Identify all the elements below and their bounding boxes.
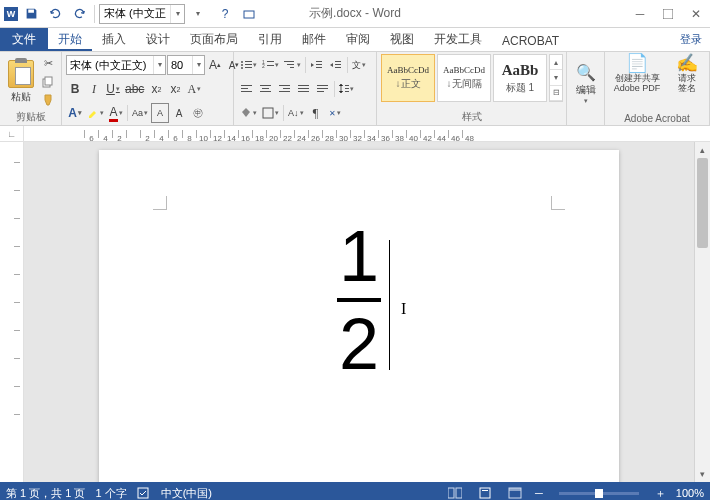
gallery-scroll[interactable]: ▴▾⊟ [549, 54, 563, 102]
format-painter-button[interactable] [39, 92, 57, 108]
tab-developer[interactable]: 开发工具 [424, 28, 492, 51]
strike-button[interactable]: abc [123, 79, 146, 99]
bullets-button[interactable] [238, 55, 259, 75]
show-marks-button[interactable]: ¶ [307, 103, 325, 123]
char-border-button[interactable]: A [151, 103, 169, 123]
tab-references[interactable]: 引用 [248, 28, 292, 51]
phonetic-button[interactable]: Aa [130, 103, 150, 123]
title-bar: W ▾ ▾ 示例.docx - Word ? ─ ✕ [0, 0, 710, 28]
chevron-down-icon[interactable]: ▾ [170, 5, 184, 23]
scroll-down-button[interactable]: ▾ [695, 466, 710, 482]
undo-button[interactable] [44, 3, 66, 25]
zoom-level[interactable]: 100% [676, 487, 704, 499]
distribute-button[interactable] [314, 79, 332, 99]
qat-font-combo[interactable]: ▾ [99, 4, 185, 24]
minimize-button[interactable]: ─ [626, 2, 654, 26]
svg-rect-17 [316, 61, 322, 62]
help-button[interactable]: ? [213, 2, 237, 26]
justify-button[interactable] [295, 79, 313, 99]
line-spacing-button[interactable] [337, 79, 356, 99]
sort-button[interactable]: A↓ [286, 103, 306, 123]
zoom-in-button[interactable]: ＋ [655, 486, 666, 501]
paste-button[interactable]: 粘贴 [11, 90, 31, 104]
tab-layout[interactable]: 页面布局 [180, 28, 248, 51]
italic-button[interactable]: I [85, 79, 103, 99]
svg-rect-40 [345, 91, 349, 92]
scroll-up-button[interactable]: ▴ [695, 142, 710, 158]
login-link[interactable]: 登录 [680, 32, 702, 47]
decrease-indent-button[interactable] [308, 55, 326, 75]
save-button[interactable] [20, 3, 42, 25]
zoom-slider[interactable] [559, 492, 639, 495]
tab-home[interactable]: 开始 [48, 28, 92, 51]
vertical-ruler[interactable] [0, 142, 24, 482]
qat-more-button[interactable]: ▾ [187, 3, 209, 25]
redo-button[interactable] [68, 3, 90, 25]
svg-rect-24 [241, 88, 248, 89]
paste-icon[interactable] [8, 60, 34, 88]
font-name-combo[interactable]: ▾ [66, 55, 166, 75]
borders-button[interactable] [260, 103, 281, 123]
shading-button[interactable] [238, 103, 259, 123]
align-center-button[interactable] [257, 79, 275, 99]
close-button[interactable]: ✕ [682, 2, 710, 26]
enclose-char-button[interactable]: ㊥ [189, 103, 207, 123]
fraction-content[interactable]: 1 2 [337, 220, 381, 380]
zoom-out-button[interactable]: ─ [535, 487, 543, 499]
request-sign-button[interactable]: ✍ 请求 签名 [669, 54, 705, 112]
sign-icon: ✍ [676, 54, 698, 74]
increase-indent-button[interactable] [327, 55, 345, 75]
align-left-button[interactable] [238, 79, 256, 99]
style-nospacing[interactable]: AaBbCcDd ↓无间隔 [437, 54, 491, 102]
word-count[interactable]: 1 个字 [95, 486, 126, 501]
highlight-button[interactable] [85, 103, 106, 123]
find-button[interactable]: 🔍 编辑 ▾ [571, 54, 600, 112]
asian-layout-button[interactable]: ✕ [326, 103, 344, 123]
subscript-button[interactable]: x2 [147, 79, 165, 99]
tab-file[interactable]: 文件 [0, 28, 48, 51]
read-mode-button[interactable] [445, 484, 465, 500]
language-status[interactable]: 中文(中国) [161, 486, 212, 501]
char-shading-button[interactable]: A [170, 103, 188, 123]
page-status[interactable]: 第 1 页，共 1 页 [6, 486, 85, 501]
scroll-thumb[interactable] [697, 158, 708, 248]
underline-button[interactable]: U [104, 79, 122, 99]
text-direction-button[interactable]: 文 [350, 55, 368, 75]
tab-view[interactable]: 视图 [380, 28, 424, 51]
svg-rect-26 [260, 85, 271, 86]
clear-format-button[interactable]: A [185, 79, 203, 99]
font-size-combo[interactable]: ▾ [167, 55, 205, 75]
tab-insert[interactable]: 插入 [92, 28, 136, 51]
text-effects-button[interactable]: A [66, 103, 84, 123]
horizontal-ruler[interactable]: ∟ 64224681012141618202224262830323436384… [0, 126, 710, 142]
svg-rect-45 [480, 488, 490, 498]
tab-review[interactable]: 审阅 [336, 28, 380, 51]
page[interactable]: 1 2 I [99, 150, 619, 482]
cut-button[interactable]: ✂ [39, 56, 57, 72]
maximize-button[interactable] [654, 2, 682, 26]
tab-acrobat[interactable]: ACROBAT [492, 31, 569, 51]
styles-label: 样式 [381, 109, 562, 125]
tab-mailings[interactable]: 邮件 [292, 28, 336, 51]
multilevel-button[interactable] [282, 55, 303, 75]
grow-font-button[interactable]: A▴ [206, 55, 224, 75]
style-heading1[interactable]: AaBb 标题 1 [493, 54, 547, 102]
svg-rect-30 [283, 88, 290, 89]
document-area[interactable]: 1 2 I [24, 142, 694, 482]
bold-button[interactable]: B [66, 79, 84, 99]
align-right-button[interactable] [276, 79, 294, 99]
ribbon-display-button[interactable] [237, 2, 261, 26]
web-layout-button[interactable] [505, 484, 525, 500]
copy-button[interactable] [39, 74, 57, 90]
vertical-scrollbar[interactable]: ▴ ▾ [694, 142, 710, 482]
tab-design[interactable]: 设计 [136, 28, 180, 51]
svg-rect-22 [335, 67, 341, 68]
superscript-button[interactable]: x2 [166, 79, 184, 99]
print-layout-button[interactable] [475, 484, 495, 500]
qat-font-input[interactable] [100, 8, 170, 20]
numbering-button[interactable]: 12 [260, 55, 281, 75]
style-normal[interactable]: AaBbCcDd ↓正文 [381, 54, 435, 102]
font-color-button[interactable]: A [107, 103, 125, 123]
create-pdf-button[interactable]: 📄 创建并共享 Adobe PDF [609, 54, 665, 112]
proofing-status[interactable] [137, 486, 151, 500]
